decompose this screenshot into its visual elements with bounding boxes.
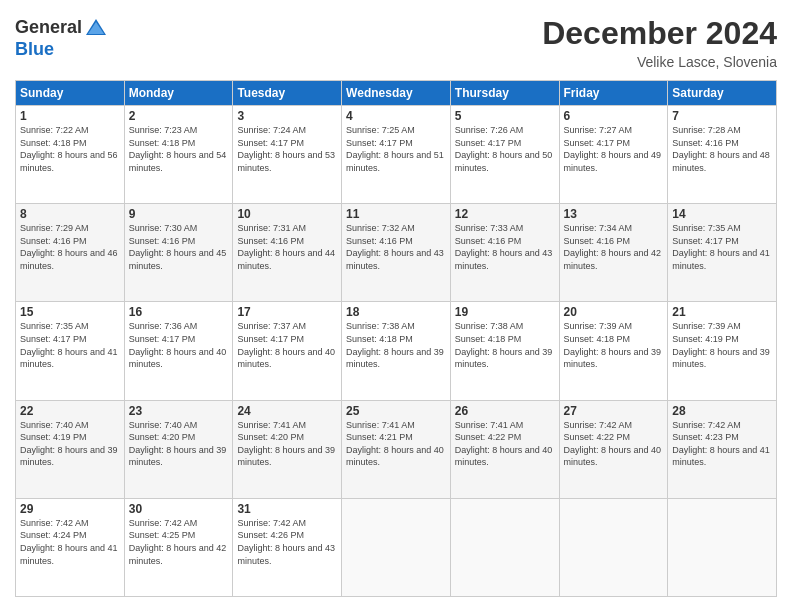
daylight-text: Daylight: 8 hours and 40 minutes. [129, 347, 227, 370]
month-title: December 2024 [542, 15, 777, 52]
day-number: 16 [129, 305, 229, 319]
sunrise-text: Sunrise: 7:25 AM [346, 125, 415, 135]
table-row [559, 498, 668, 596]
day-info: Sunrise: 7:28 AMSunset: 4:16 PMDaylight:… [672, 124, 772, 174]
header-tuesday: Tuesday [233, 81, 342, 106]
day-number: 13 [564, 207, 664, 221]
title-block: December 2024 Velike Lasce, Slovenia [542, 15, 777, 70]
header: General Blue December 2024 Velike Lasce,… [15, 15, 777, 70]
table-row: 15Sunrise: 7:35 AMSunset: 4:17 PMDayligh… [16, 302, 125, 400]
week-row-2: 8Sunrise: 7:29 AMSunset: 4:16 PMDaylight… [16, 204, 777, 302]
sunset-text: Sunset: 4:17 PM [237, 138, 304, 148]
daylight-text: Daylight: 8 hours and 39 minutes. [20, 445, 118, 468]
sunrise-text: Sunrise: 7:32 AM [346, 223, 415, 233]
table-row: 14Sunrise: 7:35 AMSunset: 4:17 PMDayligh… [668, 204, 777, 302]
sunset-text: Sunset: 4:17 PM [564, 138, 631, 148]
sunset-text: Sunset: 4:16 PM [346, 236, 413, 246]
sunrise-text: Sunrise: 7:31 AM [237, 223, 306, 233]
day-number: 26 [455, 404, 555, 418]
daylight-text: Daylight: 8 hours and 40 minutes. [237, 347, 335, 370]
location-subtitle: Velike Lasce, Slovenia [542, 54, 777, 70]
daylight-text: Daylight: 8 hours and 40 minutes. [346, 445, 444, 468]
table-row: 1Sunrise: 7:22 AMSunset: 4:18 PMDaylight… [16, 106, 125, 204]
table-row: 20Sunrise: 7:39 AMSunset: 4:18 PMDayligh… [559, 302, 668, 400]
day-number: 6 [564, 109, 664, 123]
daylight-text: Daylight: 8 hours and 39 minutes. [129, 445, 227, 468]
daylight-text: Daylight: 8 hours and 41 minutes. [20, 543, 118, 566]
daylight-text: Daylight: 8 hours and 39 minutes. [672, 347, 770, 370]
sunrise-text: Sunrise: 7:42 AM [237, 518, 306, 528]
sunset-text: Sunset: 4:22 PM [564, 432, 631, 442]
daylight-text: Daylight: 8 hours and 41 minutes. [20, 347, 118, 370]
day-info: Sunrise: 7:32 AMSunset: 4:16 PMDaylight:… [346, 222, 446, 272]
table-row: 21Sunrise: 7:39 AMSunset: 4:19 PMDayligh… [668, 302, 777, 400]
day-info: Sunrise: 7:27 AMSunset: 4:17 PMDaylight:… [564, 124, 664, 174]
daylight-text: Daylight: 8 hours and 51 minutes. [346, 150, 444, 173]
day-number: 27 [564, 404, 664, 418]
sunrise-text: Sunrise: 7:41 AM [346, 420, 415, 430]
day-info: Sunrise: 7:24 AMSunset: 4:17 PMDaylight:… [237, 124, 337, 174]
day-number: 22 [20, 404, 120, 418]
day-number: 3 [237, 109, 337, 123]
day-number: 31 [237, 502, 337, 516]
sunset-text: Sunset: 4:20 PM [237, 432, 304, 442]
sunset-text: Sunset: 4:20 PM [129, 432, 196, 442]
sunrise-text: Sunrise: 7:24 AM [237, 125, 306, 135]
day-number: 15 [20, 305, 120, 319]
day-number: 19 [455, 305, 555, 319]
day-info: Sunrise: 7:38 AMSunset: 4:18 PMDaylight:… [455, 320, 555, 370]
table-row: 31Sunrise: 7:42 AMSunset: 4:26 PMDayligh… [233, 498, 342, 596]
sunset-text: Sunset: 4:19 PM [672, 334, 739, 344]
day-info: Sunrise: 7:42 AMSunset: 4:22 PMDaylight:… [564, 419, 664, 469]
daylight-text: Daylight: 8 hours and 50 minutes. [455, 150, 553, 173]
sunset-text: Sunset: 4:17 PM [672, 236, 739, 246]
logo-icon [84, 15, 108, 39]
day-info: Sunrise: 7:22 AMSunset: 4:18 PMDaylight:… [20, 124, 120, 174]
daylight-text: Daylight: 8 hours and 45 minutes. [129, 248, 227, 271]
sunrise-text: Sunrise: 7:35 AM [672, 223, 741, 233]
sunrise-text: Sunrise: 7:39 AM [564, 321, 633, 331]
day-number: 30 [129, 502, 229, 516]
week-row-5: 29Sunrise: 7:42 AMSunset: 4:24 PMDayligh… [16, 498, 777, 596]
daylight-text: Daylight: 8 hours and 46 minutes. [20, 248, 118, 271]
day-number: 5 [455, 109, 555, 123]
sunrise-text: Sunrise: 7:23 AM [129, 125, 198, 135]
day-info: Sunrise: 7:42 AMSunset: 4:23 PMDaylight:… [672, 419, 772, 469]
daylight-text: Daylight: 8 hours and 42 minutes. [129, 543, 227, 566]
table-row: 10Sunrise: 7:31 AMSunset: 4:16 PMDayligh… [233, 204, 342, 302]
day-number: 25 [346, 404, 446, 418]
sunset-text: Sunset: 4:18 PM [346, 334, 413, 344]
logo-general: General [15, 17, 82, 38]
logo: General Blue [15, 15, 108, 60]
sunset-text: Sunset: 4:16 PM [564, 236, 631, 246]
sunrise-text: Sunrise: 7:40 AM [20, 420, 89, 430]
day-number: 28 [672, 404, 772, 418]
table-row: 7Sunrise: 7:28 AMSunset: 4:16 PMDaylight… [668, 106, 777, 204]
sunrise-text: Sunrise: 7:41 AM [455, 420, 524, 430]
sunset-text: Sunset: 4:17 PM [346, 138, 413, 148]
day-number: 10 [237, 207, 337, 221]
day-info: Sunrise: 7:39 AMSunset: 4:18 PMDaylight:… [564, 320, 664, 370]
sunset-text: Sunset: 4:22 PM [455, 432, 522, 442]
sunset-text: Sunset: 4:26 PM [237, 530, 304, 540]
daylight-text: Daylight: 8 hours and 42 minutes. [564, 248, 662, 271]
table-row: 5Sunrise: 7:26 AMSunset: 4:17 PMDaylight… [450, 106, 559, 204]
daylight-text: Daylight: 8 hours and 41 minutes. [672, 445, 770, 468]
table-row: 30Sunrise: 7:42 AMSunset: 4:25 PMDayligh… [124, 498, 233, 596]
day-info: Sunrise: 7:34 AMSunset: 4:16 PMDaylight:… [564, 222, 664, 272]
sunset-text: Sunset: 4:23 PM [672, 432, 739, 442]
day-info: Sunrise: 7:39 AMSunset: 4:19 PMDaylight:… [672, 320, 772, 370]
sunset-text: Sunset: 4:16 PM [20, 236, 87, 246]
day-number: 9 [129, 207, 229, 221]
day-info: Sunrise: 7:35 AMSunset: 4:17 PMDaylight:… [20, 320, 120, 370]
table-row [342, 498, 451, 596]
day-number: 7 [672, 109, 772, 123]
daylight-text: Daylight: 8 hours and 48 minutes. [672, 150, 770, 173]
table-row: 11Sunrise: 7:32 AMSunset: 4:16 PMDayligh… [342, 204, 451, 302]
day-info: Sunrise: 7:36 AMSunset: 4:17 PMDaylight:… [129, 320, 229, 370]
daylight-text: Daylight: 8 hours and 39 minutes. [564, 347, 662, 370]
sunset-text: Sunset: 4:17 PM [20, 334, 87, 344]
sunrise-text: Sunrise: 7:41 AM [237, 420, 306, 430]
day-info: Sunrise: 7:42 AMSunset: 4:24 PMDaylight:… [20, 517, 120, 567]
header-friday: Friday [559, 81, 668, 106]
